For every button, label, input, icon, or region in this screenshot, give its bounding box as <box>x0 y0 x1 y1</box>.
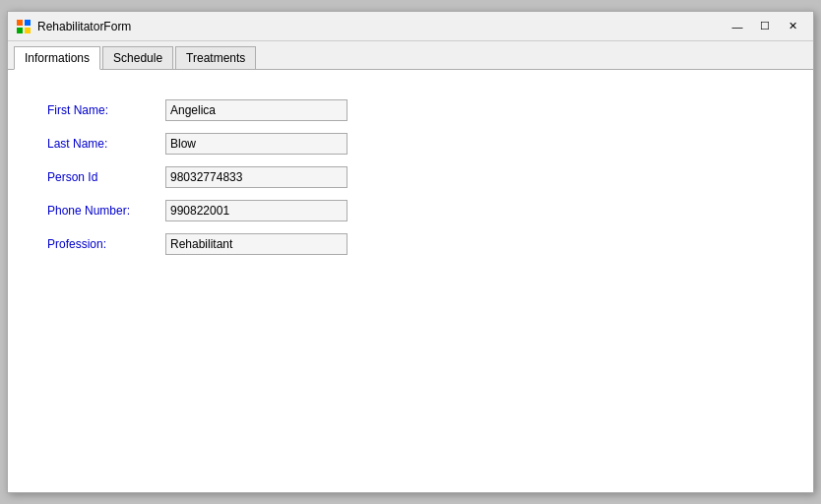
form-row-last-name: Last Name: <box>47 133 793 155</box>
form-row-phone-number: Phone Number: <box>47 200 793 221</box>
input-first-name[interactable] <box>165 99 347 121</box>
svg-rect-2 <box>17 28 23 33</box>
svg-rect-0 <box>17 20 23 26</box>
content-area: First Name: Last Name: Person Id Phone N… <box>8 70 813 492</box>
form-row-first-name: First Name: <box>47 99 793 121</box>
informations-form: First Name: Last Name: Person Id Phone N… <box>47 99 793 255</box>
maximize-button[interactable]: ☐ <box>752 16 778 37</box>
svg-rect-3 <box>25 28 31 33</box>
window-controls: — ☐ ✕ <box>725 16 805 37</box>
main-window: RehabilitatorForm — ☐ ✕ Informations Sch… <box>7 11 814 493</box>
input-last-name[interactable] <box>165 133 347 155</box>
label-last-name: Last Name: <box>47 137 165 151</box>
tab-treatments[interactable]: Treatments <box>175 46 256 70</box>
input-profession[interactable] <box>165 233 347 255</box>
label-profession: Profession: <box>47 237 165 251</box>
minimize-button[interactable]: — <box>725 16 750 37</box>
form-row-profession: Profession: <box>47 233 793 255</box>
form-row-person-id: Person Id <box>47 166 793 188</box>
tab-schedule[interactable]: Schedule <box>102 46 173 70</box>
title-bar: RehabilitatorForm — ☐ ✕ <box>8 12 813 41</box>
tab-informations[interactable]: Informations <box>14 46 100 70</box>
label-person-id: Person Id <box>47 170 165 184</box>
tab-bar: Informations Schedule Treatments <box>8 41 813 70</box>
close-button[interactable]: ✕ <box>780 16 805 37</box>
input-phone-number[interactable] <box>165 200 347 221</box>
label-first-name: First Name: <box>47 103 165 117</box>
app-icon <box>16 19 32 34</box>
window-title: RehabilitatorForm <box>37 20 725 33</box>
label-phone-number: Phone Number: <box>47 204 165 218</box>
input-person-id[interactable] <box>165 166 347 188</box>
svg-rect-1 <box>25 20 31 26</box>
